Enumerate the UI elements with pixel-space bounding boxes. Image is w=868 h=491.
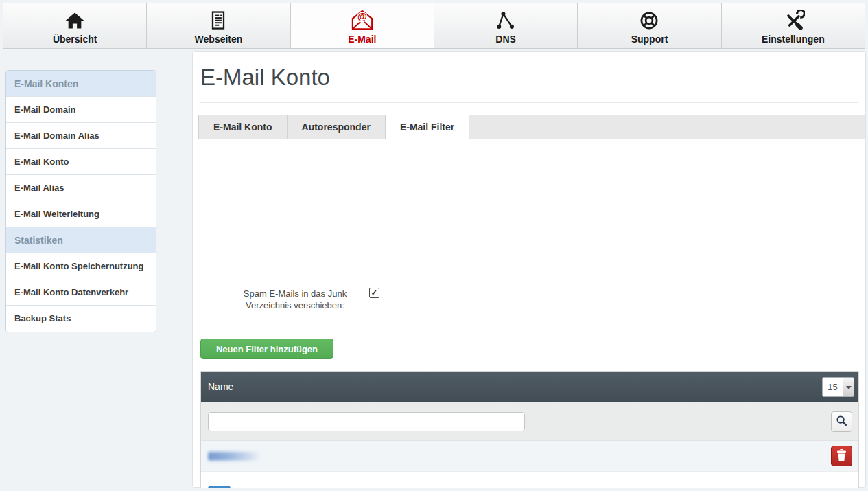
- dns-icon: [494, 5, 517, 32]
- home-icon: [63, 5, 86, 32]
- sidebar-item-speichernutzung[interactable]: E-Mail Konto Speichernutzung: [6, 253, 156, 279]
- sidebar-header-email-konten: E-Mail Konten: [6, 71, 156, 97]
- nav-item-dns[interactable]: DNS: [434, 3, 578, 48]
- nav-label: Support: [631, 34, 668, 46]
- filter-table-row: [201, 440, 858, 471]
- sidebar-item-backup-stats[interactable]: Backup Stats: [6, 306, 156, 332]
- main-content-panel: E-Mail Konto E-Mail Konto Autoresponder …: [192, 51, 866, 488]
- page-size-value: 15: [823, 378, 843, 396]
- email-icon: @: [349, 5, 375, 32]
- column-header-name: Name: [208, 372, 233, 402]
- nav-item-einstellungen[interactable]: Einstellungen: [722, 3, 865, 48]
- caret-down-icon: [843, 378, 854, 396]
- lifebuoy-icon: [637, 5, 661, 32]
- search-button[interactable]: [831, 411, 852, 432]
- filter-name-link-redacted[interactable]: [208, 452, 261, 461]
- nav-label: Einstellungen: [762, 34, 825, 46]
- sidebar-item-email-weiterleitung[interactable]: E-Mail Weiterleitung: [6, 201, 156, 227]
- sidebar-item-datenverkehr[interactable]: E-Mail Konto Datenverkehr: [6, 279, 156, 306]
- magnifier-icon: [836, 415, 847, 429]
- add-filter-button[interactable]: Neuen Filter hinzufügen: [200, 339, 333, 359]
- nav-label: DNS: [495, 34, 516, 46]
- spam-checkbox-label: Spam E-Mails in das Junk Verzeichnis ver…: [234, 288, 356, 311]
- page-size-select[interactable]: 15: [822, 377, 854, 397]
- nav-item-support[interactable]: Support: [578, 3, 721, 48]
- section-divider: [198, 365, 860, 365]
- tab-email-konto[interactable]: E-Mail Konto: [198, 115, 288, 139]
- webpages-icon: [207, 5, 230, 32]
- filter-table: Name 15: [200, 371, 859, 491]
- nav-item-webseiten[interactable]: Webseiten: [147, 3, 290, 48]
- sidebar-item-email-konto[interactable]: E-Mail Konto: [6, 149, 156, 175]
- email-filter-tab-content: Spam E-Mails in das Junk Verzeichnis ver…: [193, 140, 865, 487]
- top-navigation: Übersicht Webseiten @ E-Mail: [3, 3, 865, 49]
- tools-icon: [782, 5, 805, 32]
- sidebar-item-email-domain-alias[interactable]: E-Mail Domain Alias: [6, 123, 156, 149]
- filter-table-header: Name 15: [201, 372, 858, 402]
- nav-item-email[interactable]: @ E-Mail: [291, 3, 434, 48]
- tab-autoresponder[interactable]: Autoresponder: [288, 115, 386, 139]
- trash-icon: [836, 449, 847, 463]
- spam-checkbox[interactable]: ✓: [369, 288, 379, 298]
- nav-label: Webseiten: [195, 34, 243, 46]
- svg-text:@: @: [357, 11, 367, 22]
- page-bottom-strip: [0, 488, 868, 491]
- nav-label: Übersicht: [53, 34, 97, 46]
- delete-filter-button[interactable]: [831, 446, 852, 466]
- tab-email-filter[interactable]: E-Mail Filter: [386, 115, 469, 140]
- name-search-input[interactable]: [208, 412, 525, 431]
- sidebar-header-statistiken: Statistiken: [6, 227, 156, 253]
- tab-bar: E-Mail Konto Autoresponder E-Mail Filter: [198, 115, 865, 139]
- check-icon: ✓: [370, 288, 379, 297]
- sidebar: E-Mail Konten E-Mail Domain E-Mail Domai…: [5, 70, 156, 332]
- filter-search-row: [201, 402, 858, 440]
- sidebar-item-email-alias[interactable]: E-Mail Alias: [6, 175, 156, 201]
- page-title: E-Mail Konto: [200, 64, 330, 91]
- title-divider: [200, 102, 858, 103]
- nav-label: E-Mail: [348, 34, 376, 46]
- sidebar-item-email-domain[interactable]: E-Mail Domain: [6, 97, 156, 123]
- nav-item-uebersicht[interactable]: Übersicht: [3, 3, 147, 48]
